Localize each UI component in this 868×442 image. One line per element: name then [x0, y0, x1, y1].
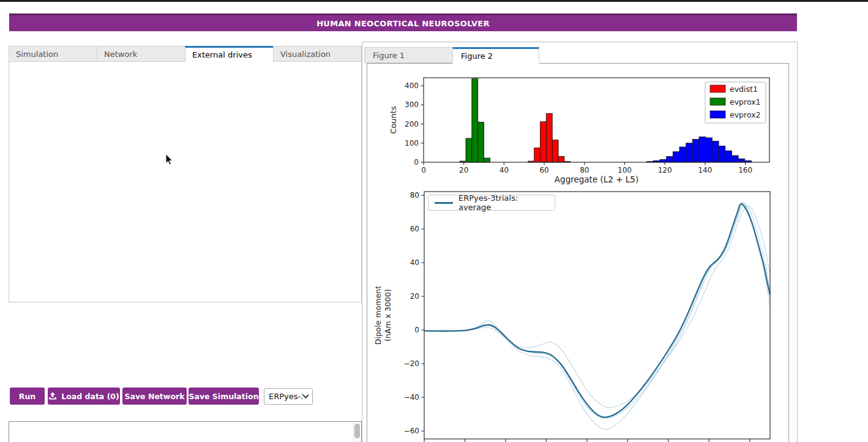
- svg-text:120: 120: [658, 166, 672, 174]
- save-network-button[interactable]: Save Network: [122, 388, 187, 405]
- svg-text:20: 20: [459, 166, 468, 174]
- window-top-edge: [0, 0, 868, 2]
- load-data-button[interactable]: Load data (0): [48, 388, 120, 405]
- save-network-label: Save Network: [125, 392, 185, 401]
- tab-network-label: Network: [104, 50, 137, 59]
- svg-text:300: 300: [405, 100, 419, 109]
- save-simulation-button[interactable]: Save Simulation: [189, 388, 259, 405]
- tab-figure-1[interactable]: Figure 1: [364, 47, 452, 63]
- simulation-select-value: ERPyes-3: [269, 392, 302, 401]
- left-tab-bar: Simulation Network External drives Visua…: [9, 46, 362, 62]
- svg-text:20: 20: [410, 292, 419, 301]
- tab-network[interactable]: Network: [97, 46, 185, 62]
- run-label: Run: [19, 392, 36, 401]
- figure-tab-bar: Figure 1 Figure 2: [364, 47, 540, 63]
- svg-text:160: 160: [738, 166, 752, 174]
- svg-text:40: 40: [499, 166, 509, 174]
- figure-2-plots: 0204060801001201401600100200300400Aggreg…: [367, 64, 788, 442]
- simulation-select-dropdown[interactable]: ERPyes-3: [264, 388, 313, 405]
- svg-text:(nAm x 3000): (nAm x 3000): [383, 289, 392, 342]
- tab-figure-2[interactable]: Figure 2: [452, 47, 539, 64]
- save-simulation-label: Save Simulation: [189, 392, 258, 401]
- tab-simulation-label: Simulation: [16, 50, 58, 59]
- svg-text:Counts: Counts: [389, 106, 398, 134]
- dipole-legend-label: ERPyes-3trials: average: [458, 193, 548, 212]
- svg-text:−60: −60: [404, 427, 419, 435]
- mouse-cursor: [165, 154, 174, 166]
- tab-simulation[interactable]: Simulation: [9, 46, 97, 62]
- tab-external-drives-label: External drives: [192, 50, 252, 59]
- app-title: HUMAN NEOCORTICAL NEUROSOLVER: [316, 19, 490, 28]
- svg-text:Aggregate (L2 + L5): Aggregate (L2 + L5): [555, 174, 638, 184]
- tab-figure-1-label: Figure 1: [373, 51, 405, 60]
- svg-text:−20: −20: [404, 359, 419, 368]
- svg-text:60: 60: [539, 166, 548, 174]
- svg-text:evprox1: evprox1: [730, 97, 761, 107]
- tab-external-drives[interactable]: External drives: [185, 46, 273, 62]
- svg-text:80: 80: [410, 191, 419, 200]
- svg-text:140: 140: [698, 166, 712, 174]
- svg-text:200: 200: [405, 120, 419, 129]
- log-scrollbar-thumb[interactable]: [354, 424, 360, 438]
- dipole-chart: 806040200−20−40−60Dipole moment(nAm x 30…: [373, 191, 770, 442]
- log-console: 2024-10-23 02:20:36,059 - [INFO] Externa…: [9, 421, 362, 442]
- svg-text:40: 40: [410, 258, 419, 267]
- svg-text:evprox2: evprox2: [730, 110, 761, 119]
- svg-text:80: 80: [580, 166, 589, 174]
- svg-text:−40: −40: [404, 393, 419, 402]
- tab-visualization-label: Visualization: [280, 50, 331, 59]
- svg-text:evdist1: evdist1: [730, 84, 758, 94]
- chevron-down-icon: [302, 394, 309, 399]
- dipole-legend: ERPyes-3trials: average: [428, 195, 555, 211]
- histogram-chart: 0204060801001201401600100200300400Aggreg…: [389, 78, 769, 184]
- run-button[interactable]: Run: [10, 388, 45, 405]
- svg-text:0: 0: [421, 166, 426, 174]
- dipole-legend-line-sample: [435, 202, 453, 204]
- svg-text:0: 0: [414, 158, 419, 167]
- external-drives-panel: [9, 61, 362, 302]
- load-data-label: Load data (0): [61, 392, 119, 401]
- svg-text:100: 100: [618, 166, 632, 174]
- figure-2-canvas: 0204060801001201401600100200300400Aggreg…: [367, 63, 789, 442]
- svg-text:Dipole moment: Dipole moment: [373, 286, 383, 345]
- svg-text:100: 100: [405, 139, 419, 148]
- svg-text:400: 400: [405, 81, 419, 90]
- svg-text:0: 0: [414, 326, 419, 334]
- tab-figure-2-label: Figure 2: [461, 51, 493, 61]
- tab-visualization[interactable]: Visualization: [273, 46, 362, 62]
- upload-icon: [48, 392, 57, 400]
- svg-text:60: 60: [410, 225, 419, 233]
- hnn-application-window: { "banner": { "title": "HUMAN NEOCORTICA…: [0, 0, 868, 442]
- app-title-banner: HUMAN NEOCORTICAL NEUROSOLVER: [9, 13, 797, 31]
